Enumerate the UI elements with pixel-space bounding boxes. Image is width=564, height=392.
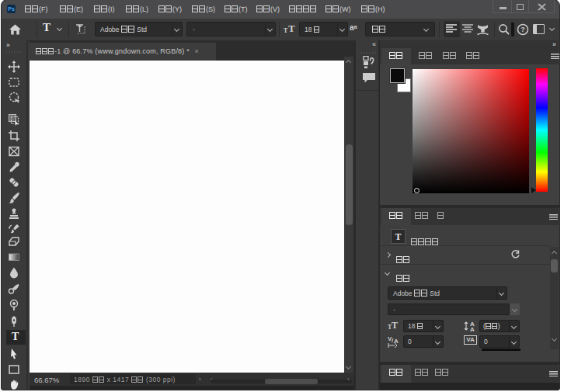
svg-text:?: ?	[520, 26, 525, 33]
svg-text:A: A	[470, 326, 475, 332]
